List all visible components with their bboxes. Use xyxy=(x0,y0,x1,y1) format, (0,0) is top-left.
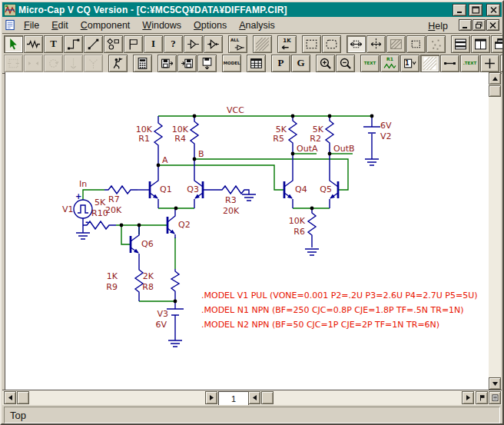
info-tool[interactable]: I xyxy=(144,35,163,53)
page-prev-button[interactable] xyxy=(205,391,217,404)
fill-pattern-tool[interactable] xyxy=(386,35,406,53)
probe-toggle-button[interactable]: R1 xyxy=(380,55,400,72)
page-next-button[interactable] xyxy=(248,391,260,404)
buffer-io-tool[interactable] xyxy=(204,35,223,53)
horizontal-scrollbar[interactable]: 1 xyxy=(2,390,502,406)
component-mode-tool[interactable] xyxy=(24,35,43,53)
schematic-canvas[interactable]: VCC10KR110KR45KR55KR26VV2ABOutAOutBInR72… xyxy=(5,72,489,390)
menu-options[interactable]: Options xyxy=(187,18,233,32)
zoom-in-button[interactable] xyxy=(316,55,335,72)
save-as-button[interactable] xyxy=(197,55,217,72)
menu-windows[interactable]: Windows xyxy=(136,18,187,32)
v2-ref-label[interactable]: V2 xyxy=(380,131,392,141)
scroll-left-button[interactable] xyxy=(4,391,16,404)
r8-ref-label[interactable]: R8 xyxy=(142,282,154,292)
v1-minus-label[interactable]: - xyxy=(85,217,88,226)
grid-pattern-button[interactable] xyxy=(420,55,439,72)
in-label[interactable]: In xyxy=(79,179,87,189)
outb-label[interactable]: OutB xyxy=(333,144,355,154)
load-file-button[interactable] xyxy=(177,55,197,72)
select-region-round-tool[interactable] xyxy=(322,35,341,53)
node-numbers-button[interactable]: 1 xyxy=(400,55,419,72)
v1-plus-label[interactable]: + xyxy=(75,192,81,201)
menu-help[interactable]: Help xyxy=(422,19,454,33)
component-table-button[interactable] xyxy=(247,55,266,72)
child-minimize-button[interactable] xyxy=(459,19,472,31)
scroll-down-button[interactable] xyxy=(489,377,501,390)
r9-value-label[interactable]: 1K xyxy=(107,271,118,281)
r1-ref-label[interactable]: R1 xyxy=(138,134,150,144)
r3-ref-label[interactable]: R3 xyxy=(225,195,237,205)
pattern-swatch-tool[interactable] xyxy=(253,35,272,53)
crosshair-button[interactable] xyxy=(480,55,499,72)
maximize-button[interactable] xyxy=(469,4,482,16)
node-b-label[interactable]: B xyxy=(198,149,204,159)
flag-tool[interactable] xyxy=(124,35,143,53)
text-toggle-button[interactable]: TEXT xyxy=(360,55,380,72)
zoom-out-button[interactable] xyxy=(336,55,355,72)
flip-horizontal-tool[interactable] xyxy=(346,35,366,53)
title-bar[interactable]: Micro-Cap V CQ Version - [C:¥MC5CQ¥DATA¥… xyxy=(2,2,502,17)
r9-ref-label[interactable]: R9 xyxy=(106,282,118,292)
cascade-windows-button[interactable] xyxy=(491,35,504,53)
q1-label[interactable]: Q1 xyxy=(160,184,172,194)
buffer-gate-tool[interactable] xyxy=(184,35,203,53)
q5-label[interactable]: Q5 xyxy=(320,184,332,194)
horizontal-scroll-thumb[interactable] xyxy=(17,391,29,404)
model-statement-1[interactable]: .MODEL V1 PUL (VONE=0.001 P2=.2U P3=2.6U… xyxy=(201,291,478,300)
all-paths-tool[interactable]: ALL xyxy=(228,35,247,53)
save-file-button[interactable] xyxy=(158,55,177,72)
r2-ref-label[interactable]: R2 xyxy=(310,134,321,144)
close-button[interactable] xyxy=(486,4,500,16)
r10-ref-label[interactable]: R10 xyxy=(91,208,108,218)
grid-dots-button[interactable] xyxy=(500,55,504,72)
vcc-label[interactable]: VCC xyxy=(227,105,244,115)
page-list-button[interactable] xyxy=(489,391,501,404)
r6-value-label[interactable]: 10K xyxy=(289,216,306,226)
g-key-button[interactable]: G xyxy=(291,55,310,72)
page-flag-button[interactable] xyxy=(476,391,488,404)
model-text-toggle-button[interactable]: .TEXT xyxy=(460,55,479,72)
document-icon[interactable] xyxy=(5,19,16,31)
page-number-box[interactable]: 1 xyxy=(218,391,249,406)
menu-component[interactable]: Component xyxy=(75,18,137,32)
v3-value-label[interactable]: 6V xyxy=(155,320,167,330)
menu-file[interactable]: File xyxy=(18,18,45,32)
vertical-scrollbar[interactable] xyxy=(489,72,501,390)
v2-value-label[interactable]: 6V xyxy=(380,121,392,131)
scroll-up-button[interactable] xyxy=(489,72,501,85)
scroll-right-button[interactable] xyxy=(462,391,474,404)
p-key-button[interactable]: P xyxy=(271,55,290,72)
child-close-button[interactable] xyxy=(486,19,499,31)
r6-ref-label[interactable]: R6 xyxy=(293,227,305,237)
wire-display-button[interactable] xyxy=(440,55,459,72)
diagonal-wire-tool[interactable] xyxy=(84,35,103,53)
q4-label[interactable]: Q4 xyxy=(295,184,307,194)
child-restore-button[interactable] xyxy=(472,19,486,31)
model-editor-button[interactable]: MODEL xyxy=(222,55,241,72)
vertical-scroll-thumb[interactable] xyxy=(489,85,501,97)
r3-value-label[interactable]: 20K xyxy=(223,206,240,216)
r10-value-label[interactable]: 5K xyxy=(94,198,106,208)
node-a-label[interactable]: A xyxy=(162,155,168,165)
dashed-region-tool[interactable] xyxy=(406,35,426,53)
outa-label[interactable]: OutA xyxy=(297,144,318,154)
model-statement-2[interactable]: .MODEL N1 NPN (BF=250 CJC=0.8P CJE=1.8P … xyxy=(201,305,464,315)
run-analysis-button[interactable] xyxy=(108,55,128,72)
q6-label[interactable]: Q6 xyxy=(141,239,154,249)
r5-ref-label[interactable]: R5 xyxy=(273,134,284,144)
r8-value-label[interactable]: 2K xyxy=(143,271,154,281)
r7-ref-label[interactable]: R7 xyxy=(108,194,120,204)
menu-analysis[interactable]: Analysis xyxy=(233,18,281,32)
calculator-button[interactable] xyxy=(133,55,152,72)
scatter-points-tool[interactable] xyxy=(426,35,446,53)
v1-ref-label[interactable]: V1 xyxy=(62,204,74,214)
v3-ref-label[interactable]: V3 xyxy=(157,309,168,319)
help-mode-tool[interactable]: ? xyxy=(164,35,183,53)
model-statement-3[interactable]: .MODEL N2 NPN (BF=50 CJC=1P CJE=2P TF=1N… xyxy=(201,320,439,330)
wire-mode-tool[interactable] xyxy=(64,35,83,53)
minimize-button[interactable] xyxy=(453,4,466,16)
horizontal-scroll-thumb-2[interactable] xyxy=(261,391,274,404)
select-region-tool[interactable] xyxy=(302,35,321,53)
graphics-shapes-tool[interactable] xyxy=(104,35,123,53)
